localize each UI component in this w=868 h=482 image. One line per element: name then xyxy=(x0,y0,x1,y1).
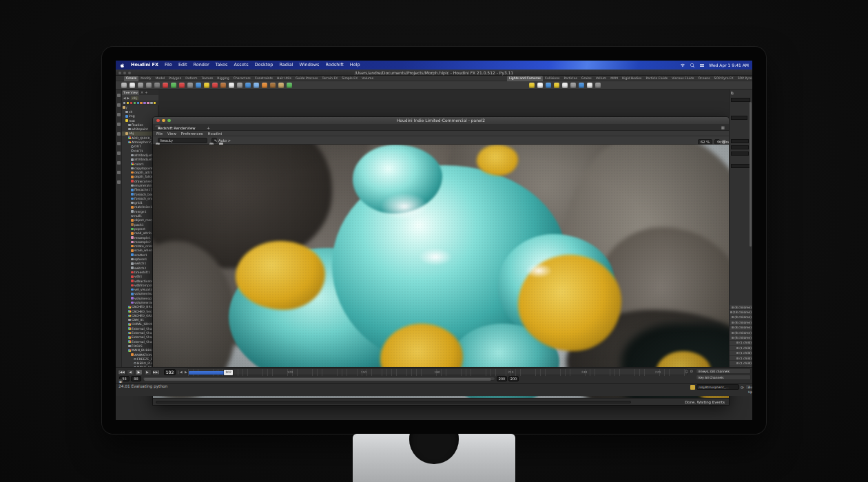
zoom-level-field[interactable]: 62 % xyxy=(698,139,712,145)
menubar-item[interactable]: Windows xyxy=(299,61,319,70)
play-backward-button[interactable]: ◀ xyxy=(127,369,134,375)
shelf-tool-icon[interactable] xyxy=(595,83,601,88)
shelf-tab[interactable]: Rigid Bodies xyxy=(620,76,643,81)
menubar-item[interactable]: Radial xyxy=(279,61,293,70)
tree-path[interactable]: obj xyxy=(131,96,138,100)
close-icon[interactable]: ✕ xyxy=(158,126,161,130)
tool-icon[interactable] xyxy=(117,180,121,184)
parameter-field[interactable] xyxy=(731,164,750,168)
panel-menu-item[interactable]: View xyxy=(167,132,176,136)
display-filter-icon[interactable] xyxy=(147,102,149,104)
scrollbar[interactable] xyxy=(750,102,752,247)
tab-tree-view[interactable]: Tree View xyxy=(122,90,139,95)
parameter-field[interactable] xyxy=(731,145,749,149)
current-frame-field[interactable]: 102 xyxy=(164,369,176,375)
shelf-tab[interactable]: Deform xyxy=(183,76,199,81)
range-end-field[interactable]: 200 xyxy=(497,376,507,381)
apple-logo-icon[interactable] xyxy=(120,63,125,68)
menubar-item[interactable]: Help xyxy=(350,61,360,70)
panel-menu-item[interactable]: Houdini xyxy=(208,132,223,136)
select-tool-icon[interactable] xyxy=(690,385,695,390)
display-filter-icon[interactable] xyxy=(140,102,142,104)
key-all-channels-dropdown[interactable]: Key All Channels▾ xyxy=(696,375,751,380)
tool-icon[interactable] xyxy=(117,113,121,116)
jump-to-end-button[interactable]: ▶▶| xyxy=(152,369,160,375)
shelf-tab[interactable]: MPM xyxy=(608,76,620,81)
close-icon[interactable]: ✕ xyxy=(141,90,143,94)
add-tab-icon[interactable]: + xyxy=(207,125,210,130)
play-button[interactable]: ▶ xyxy=(135,369,143,375)
tool-icon[interactable] xyxy=(117,132,121,136)
tool-icon[interactable] xyxy=(117,151,121,155)
shelf-tab[interactable]: Particle Fluids xyxy=(643,76,670,81)
menubar-item[interactable]: Takes xyxy=(216,61,228,70)
parameter-field[interactable] xyxy=(731,116,747,120)
image-size-select[interactable]: Original Size▾ xyxy=(714,139,720,145)
shelf-tool-icon[interactable] xyxy=(254,83,259,88)
step-forward-button[interactable]: ▶ xyxy=(144,369,152,375)
wifi-icon[interactable] xyxy=(680,63,685,68)
shelf-tool-icon[interactable] xyxy=(587,83,592,88)
shelf-tab[interactable]: Collisions xyxy=(543,76,562,81)
shelf-tab[interactable]: Vellum xyxy=(594,76,609,81)
refresh-icon[interactable]: ⟳ xyxy=(741,385,744,390)
parameter-field[interactable] xyxy=(731,139,749,143)
shelf-tab[interactable]: Oceans xyxy=(696,76,712,81)
display-filter-icon[interactable] xyxy=(143,102,145,104)
children-count-row[interactable]: (8 children) xyxy=(730,331,752,335)
shelf-tool-icon[interactable] xyxy=(537,83,543,88)
shelf-tool-icon[interactable] xyxy=(287,83,292,88)
shelf-tab[interactable]: Terrain FX xyxy=(320,76,340,81)
shelf-tab[interactable]: Texture xyxy=(199,76,215,81)
menubar-item[interactable]: Redshift xyxy=(325,61,343,70)
menubar-clock[interactable]: Wed Apr 1 9:41 AM xyxy=(709,63,749,67)
menubar-item[interactable]: Desktop xyxy=(255,61,273,70)
spotlight-search-icon[interactable] xyxy=(690,63,695,68)
shelf-tab[interactable]: Model xyxy=(154,76,167,81)
shelf-tab[interactable]: Particles xyxy=(561,76,579,81)
shelf-tab[interactable]: Lights and Cameras xyxy=(507,76,543,81)
shelf-tab[interactable]: SOP Pyro FX xyxy=(712,76,736,81)
display-filter-icon[interactable] xyxy=(130,102,132,104)
children-count-row[interactable]: (1 child) xyxy=(730,356,752,361)
audio-icon[interactable]: ⊙ xyxy=(690,369,693,373)
menubar-item[interactable]: File xyxy=(165,61,172,70)
shelf-tab[interactable]: Simple FX xyxy=(340,76,360,81)
shelf-tab[interactable]: Modify xyxy=(138,76,153,81)
shelf-tool-icon[interactable] xyxy=(187,83,193,88)
shelf-tool-icon[interactable] xyxy=(262,83,267,88)
children-count-row[interactable]: (1 child) xyxy=(730,361,752,366)
shelf-tool-icon[interactable] xyxy=(138,83,143,88)
shelf-tab[interactable]: SOP Pyro FX xyxy=(736,76,752,81)
menubar-item[interactable]: Render xyxy=(193,61,209,70)
shelf-tool-icon[interactable] xyxy=(237,83,242,88)
shelf-tool-icon[interactable] xyxy=(546,83,551,88)
shelf-tab[interactable]: Polygon xyxy=(167,76,183,81)
shelf-tool-icon[interactable] xyxy=(154,83,160,88)
shelf-tool-icon[interactable] xyxy=(130,83,135,88)
playhead-marker[interactable]: 102 xyxy=(224,370,233,375)
help-icon[interactable]: ? xyxy=(731,91,733,95)
panel-titlebar[interactable]: Houdini Indie Limited-Commercial - panel… xyxy=(153,117,729,124)
keys-channels-dropdown[interactable]: 0 keys, 0/0 channels▾ xyxy=(696,368,751,374)
range-slider-thumb[interactable] xyxy=(144,378,491,381)
parameter-field[interactable] xyxy=(731,151,749,156)
shelf-tool-icon[interactable] xyxy=(229,83,234,88)
timeline-ruler[interactable]: 90120150180210240270 102 xyxy=(187,368,688,375)
zoom-timeline-icon[interactable]: ○ xyxy=(685,369,689,373)
menubar-item[interactable]: Edit xyxy=(178,61,187,70)
range-end2-field[interactable]: 200 xyxy=(508,376,519,381)
tool-icon[interactable] xyxy=(117,103,121,107)
shelf-tab[interactable]: Viscous Fluids xyxy=(670,76,696,81)
display-filter-icon[interactable] xyxy=(150,102,152,104)
shelf-tool-icon[interactable] xyxy=(212,83,218,88)
shelf-tool-icon[interactable] xyxy=(179,83,185,88)
window-titlebar[interactable]: /Users/andre/Documents/Projects/Morph.hi… xyxy=(116,70,752,76)
children-count-row[interactable]: (1 child) xyxy=(730,351,752,356)
shelf-tool-icon[interactable] xyxy=(245,83,251,88)
display-filter-icon[interactable] xyxy=(123,102,125,104)
children-count-row[interactable]: (8 children) xyxy=(730,315,752,320)
tool-icon[interactable] xyxy=(117,123,121,126)
shelf-tool-icon[interactable] xyxy=(270,83,276,88)
shelf-tool-icon[interactable] xyxy=(562,83,568,88)
